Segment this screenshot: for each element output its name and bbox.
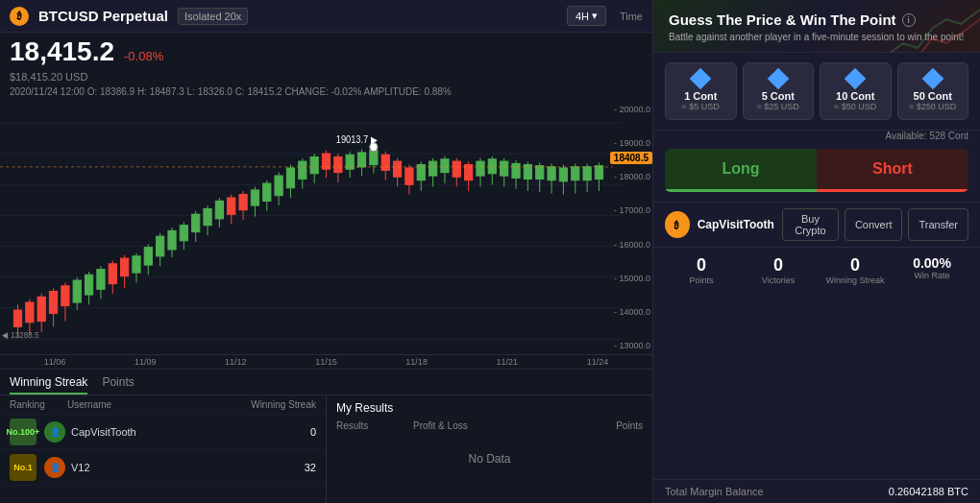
tab-winning-streak[interactable]: Winning Streak (10, 375, 87, 395)
tab-points[interactable]: Points (102, 375, 134, 395)
bet-amount-3: 10 Cont (836, 90, 874, 102)
main-price: 18,415.2 (10, 36, 114, 67)
bet-cards: 1 Cont ≈ $5 USD 5 Cont ≈ $25 USD 10 Cont… (653, 53, 980, 131)
col-streak: Winning Streak (239, 399, 316, 410)
svg-rect-103 (572, 167, 579, 180)
streak-value: 0 (819, 255, 892, 275)
convert-button[interactable]: Convert (845, 208, 903, 241)
transfer-button[interactable]: Transfer (908, 208, 968, 241)
svg-rect-87 (477, 161, 484, 176)
game-header: Guess The Price & Win The Point i Battle… (653, 0, 980, 53)
stat-streak: 0 Winning Streak (819, 255, 892, 285)
avatar-2: 👤 (44, 457, 65, 478)
price-row: 18,415.2 -0.08% (0, 33, 652, 71)
ohlc-row: 2020/11/24 12:00 O: 18386.9 H: 18487.3 L… (0, 84, 652, 101)
svg-rect-13 (37, 297, 45, 321)
bet-usd-3: ≈ $50 USD (834, 102, 876, 111)
current-price-tag: 18408.5 (610, 152, 652, 164)
bet-card-4[interactable]: 50 Cont ≈ $250 USD (897, 62, 969, 120)
leverage-badge: Isolated 20x (178, 8, 248, 25)
streak-1: 0 (310, 426, 316, 438)
avatar-1: 👤 (44, 421, 65, 443)
no-data-message: No Data (336, 435, 643, 483)
candlestick-chart: 19013.7 ▶ ◀ 13288.5 (0, 101, 652, 354)
svg-rect-59 (310, 157, 318, 174)
svg-rect-25 (109, 264, 116, 284)
bottom-content: Ranking Username Winning Streak No.100+ … (0, 395, 652, 503)
streak-label: Winning Streak (819, 275, 892, 285)
svg-rect-73 (393, 161, 401, 177)
svg-rect-107 (595, 166, 602, 180)
username-2: V12 (71, 462, 90, 473)
timeframe-button[interactable]: 4H ▾ (567, 6, 606, 26)
stat-points: 0 Points (665, 255, 738, 285)
time-label: Time (620, 11, 643, 22)
svg-rect-35 (168, 230, 176, 250)
svg-rect-43 (215, 201, 223, 218)
margin-value: 0.26042188 BTC (889, 486, 968, 497)
svg-rect-29 (133, 256, 140, 273)
my-results: My Results Results Profit & Loss Points … (327, 395, 652, 503)
short-button[interactable]: Short (817, 149, 968, 192)
col-ranking: Ranking (10, 399, 67, 410)
svg-rect-105 (583, 167, 591, 180)
bet-amount-2: 5 Cont (762, 90, 795, 102)
svg-rect-9 (13, 310, 21, 326)
svg-text:◀ 13288.5: ◀ 13288.5 (2, 329, 39, 340)
long-button[interactable]: Long (665, 149, 817, 192)
svg-rect-55 (286, 168, 294, 188)
points-label: Points (665, 275, 738, 285)
long-short-container: Long Short (665, 149, 968, 192)
table-row: No.1 👤 V12 32 (0, 450, 326, 486)
svg-rect-45 (228, 198, 235, 214)
win-rate-label: Win Rate (895, 271, 968, 280)
svg-rect-93 (512, 163, 520, 178)
diamond-icon-2 (767, 68, 789, 90)
diamond-icon-4 (921, 68, 943, 90)
bet-card-1[interactable]: 1 Cont ≈ $5 USD (665, 62, 737, 120)
svg-rect-11 (26, 302, 34, 323)
leaderboard: Ranking Username Winning Streak No.100+ … (0, 395, 327, 503)
price-usd: $18,415.20 USD (0, 71, 652, 84)
svg-rect-69 (370, 151, 378, 165)
svg-rect-99 (548, 167, 555, 180)
svg-rect-57 (299, 161, 306, 179)
svg-rect-75 (405, 168, 413, 184)
bet-amount-1: 1 Cont (684, 90, 717, 102)
svg-rect-83 (453, 161, 460, 177)
diamond-icon-1 (690, 68, 712, 90)
margin-row: Total Margin Balance 0.26042188 BTC (653, 479, 980, 503)
svg-rect-17 (61, 286, 69, 306)
pair-title: BTCUSD Perpetual (38, 8, 168, 24)
svg-rect-101 (559, 168, 567, 181)
svg-text:19013.7 ▶: 19013.7 ▶ (336, 133, 379, 145)
bg-chart-decoration (884, 0, 980, 53)
available-balance: Available: 528 Cont (653, 131, 980, 149)
results-cols: Results Profit & Loss Points (336, 420, 643, 431)
bet-usd-4: ≈ $250 USD (909, 102, 956, 111)
svg-rect-71 (381, 155, 389, 170)
chart-area: 19013.7 ▶ ◀ 13288.5 - 20000.0 - 19000.0 … (0, 101, 652, 354)
victories-value: 0 (742, 255, 815, 275)
bottom-tabs: Winning Streak Points (0, 370, 652, 395)
chart-price-labels: - 20000.0 - 19000.0 - 18000.0 - 17000.0 … (614, 101, 650, 354)
username-1: CapVisitTooth (71, 426, 136, 438)
svg-rect-53 (275, 176, 282, 196)
left-panel: ₿ BTCUSD Perpetual Isolated 20x 4H ▾ Tim… (0, 0, 653, 503)
lb-header: Ranking Username Winning Streak (0, 395, 326, 415)
bet-card-3[interactable]: 10 Cont ≈ $50 USD (820, 62, 892, 120)
svg-rect-79 (429, 161, 436, 176)
svg-rect-19 (73, 280, 81, 302)
btc-logo: ₿ (10, 7, 29, 26)
user-name: CapVisitTooth (698, 218, 774, 231)
buy-crypto-button[interactable]: Buy Crypto (782, 208, 839, 241)
svg-rect-21 (85, 275, 92, 295)
stats-row: 0 Points 0 Victories 0 Winning Streak 0.… (653, 248, 980, 293)
svg-rect-81 (441, 159, 449, 173)
svg-rect-47 (239, 195, 247, 210)
rank-badge-1: No.100+ (10, 419, 37, 445)
chart-x-labels: 11/06 11/09 11/12 11/15 11/18 11/21 11/2… (0, 354, 652, 369)
svg-rect-49 (251, 190, 258, 205)
svg-rect-97 (536, 166, 544, 180)
bet-card-2[interactable]: 5 Cont ≈ $25 USD (743, 62, 815, 120)
